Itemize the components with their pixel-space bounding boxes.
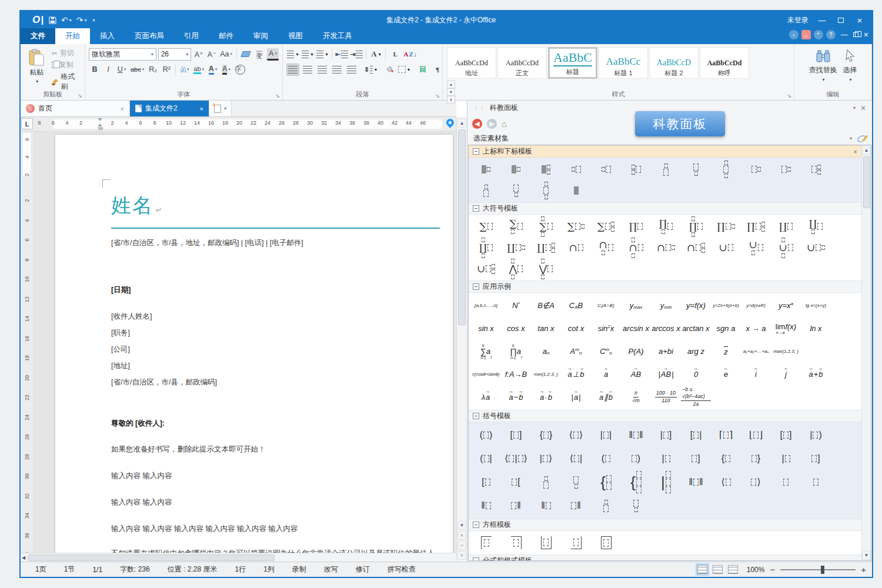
math-template-item[interactable]: Cmn (591, 340, 621, 363)
ribbon-tab-9[interactable]: 开发工具 (313, 28, 362, 44)
scroll-down-icon[interactable]: ▼ (457, 521, 466, 530)
collapse-section-icon[interactable] (473, 522, 479, 528)
math-template-item[interactable]: ‖ (531, 494, 561, 517)
math-template-item[interactable]: Amn (561, 340, 591, 363)
help-icon[interactable]: ? (826, 30, 836, 39)
status-item[interactable]: 1页 (26, 564, 55, 574)
math-template-item[interactable]: cos x (501, 317, 531, 340)
math-template-item[interactable]: [ (501, 470, 531, 494)
math-template-item[interactable]: a∥b (591, 386, 621, 409)
vertical-ruler[interactable]: 6422468101214161820222426283032343638 (21, 132, 33, 553)
panel-scroll-thumb[interactable] (863, 156, 870, 208)
math-template-item[interactable]: ‖ (471, 494, 501, 517)
status-item[interactable]: 位置 : 2.28 厘米 (159, 564, 226, 574)
distribute-button[interactable] (345, 64, 358, 76)
font-format-button[interactable]: A▾ (207, 64, 219, 76)
collapse-section-icon[interactable] (473, 148, 479, 155)
math-template-item[interactable]: ∏ (681, 216, 711, 237)
font-tool-button[interactable]: A⁺ (193, 48, 205, 61)
panel-close-icon[interactable]: ✕ (860, 104, 866, 112)
math-template-item[interactable]: |AB| (651, 363, 681, 386)
math-template-item[interactable]: { (591, 470, 621, 494)
outline-view-icon[interactable] (728, 565, 738, 574)
doc-restore-button[interactable] (853, 31, 858, 39)
zoom-out-icon[interactable]: − (770, 564, 775, 574)
multilevel-list-button[interactable]: ▾ (316, 48, 329, 61)
math-template-item[interactable]: lg x=(x+y) (801, 294, 831, 317)
math-template-item[interactable]: y=d(x±R) (741, 294, 771, 317)
math-template-item[interactable]: λa (471, 386, 501, 409)
format-painter-button[interactable]: 格式刷 (52, 72, 81, 92)
math-template-item[interactable]: y=xa (771, 294, 801, 317)
tab-document[interactable]: 集成文件2× (130, 101, 209, 116)
math-template-item[interactable]: { (621, 470, 651, 494)
align-center-button[interactable] (301, 64, 314, 76)
math-template-item[interactable]: ⟩ (741, 470, 771, 494)
math-template-item[interactable] (621, 159, 651, 180)
math-template-item[interactable] (561, 159, 591, 180)
math-template-item[interactable] (711, 159, 741, 180)
status-item[interactable]: 改写 (315, 564, 347, 574)
math-template-item[interactable] (471, 532, 501, 553)
math-template-item[interactable]: ∪ (801, 237, 831, 258)
math-template-item[interactable] (501, 180, 531, 201)
ribbon-tab-5[interactable]: 引用 (174, 28, 209, 44)
math-template-item[interactable]: P(A) (621, 340, 651, 363)
collapse-section-icon[interactable] (473, 413, 479, 419)
math-template-item[interactable]: } (741, 447, 771, 470)
material-set-dropdown-icon[interactable]: ▾ (850, 136, 852, 141)
math-template-item[interactable]: ∑ (591, 216, 621, 237)
font-tool-button[interactable]: Aa▾ (219, 48, 233, 61)
math-template-item[interactable]: j (771, 363, 801, 386)
justify-button[interactable] (330, 64, 343, 76)
section-header-3[interactable]: 应用示例 (469, 280, 861, 293)
math-template-item[interactable]: 100 · 10110 (651, 386, 681, 409)
section-header-2[interactable]: 大符号模板 (469, 202, 861, 215)
math-template-item[interactable]: { (711, 447, 741, 470)
login-status[interactable]: 未登录 (787, 15, 808, 25)
font-format-button[interactable]: ab▾ (192, 64, 205, 76)
math-template-item[interactable] (591, 532, 621, 553)
font-format-button[interactable]: 字 (234, 64, 246, 76)
math-template-item[interactable]: n√m (621, 386, 651, 409)
status-item[interactable]: 1列 (255, 564, 283, 574)
increase-indent-button[interactable]: ⇥ (350, 48, 363, 61)
math-template-item[interactable]: tan x (531, 317, 561, 340)
math-template-item[interactable]: sin x (471, 317, 501, 340)
tab-selector[interactable]: L (21, 118, 33, 129)
scroll-up-icon[interactable]: ▲ (457, 119, 466, 128)
math-template-item[interactable]: ∏ (741, 216, 771, 237)
select-browse-object-icon[interactable]: ○ (457, 541, 466, 550)
math-template-item[interactable]: ∐ (771, 216, 801, 237)
math-template-item[interactable]: | (771, 447, 801, 470)
math-template-item[interactable]: ∪ (771, 237, 801, 258)
math-template-item[interactable]: a·b (531, 386, 561, 409)
ribbon-tab-8[interactable]: 视图 (278, 28, 313, 44)
math-template-item[interactable]: ⟨⟩ (561, 423, 591, 447)
panel-scrollbar[interactable]: ▲ ▼ (861, 145, 871, 560)
math-template-item[interactable]: k∏i=1ai (501, 340, 531, 363)
math-template-item[interactable]: ∩ (621, 237, 651, 258)
math-template-item[interactable]: e (711, 363, 741, 386)
math-template-item[interactable]: cot x (561, 317, 591, 340)
math-template-item[interactable]: ] (801, 447, 831, 470)
section-header-1[interactable]: 上标和下标模板× (469, 145, 861, 158)
paragraph-layout-button[interactable]: 回 (416, 64, 429, 76)
tab-home-page[interactable]: ⌂ 首页× (21, 101, 130, 116)
math-template-item[interactable]: | (651, 447, 681, 470)
math-template-item[interactable] (771, 470, 801, 494)
math-template-item[interactable] (801, 159, 831, 180)
maximize-button[interactable] (836, 16, 846, 25)
math-template-item[interactable]: a+bi (651, 340, 681, 363)
math-template-item[interactable] (801, 470, 831, 494)
horizontal-ruler[interactable]: L 86422468101214161820222426283032343638… (21, 117, 456, 132)
math-template-item[interactable]: (| (471, 447, 501, 470)
math-template-item[interactable]: ∪ (741, 237, 771, 258)
ribbon-tab-1[interactable]: 文件 (21, 28, 55, 44)
document-canvas[interactable]: 姓名↵ [省/市/自治区，市/县，地址，邮政编码] | [电话] | [电子邮件… (33, 132, 456, 553)
math-template-item[interactable]: Ci(A∩B) (591, 294, 621, 317)
math-template-item[interactable]: arg z (681, 340, 711, 363)
math-template-item[interactable]: ⌊⌋ (741, 423, 771, 447)
math-template-item[interactable]: ‖ (561, 494, 591, 517)
math-template-item[interactable]: ⌈⌉ (711, 423, 741, 447)
